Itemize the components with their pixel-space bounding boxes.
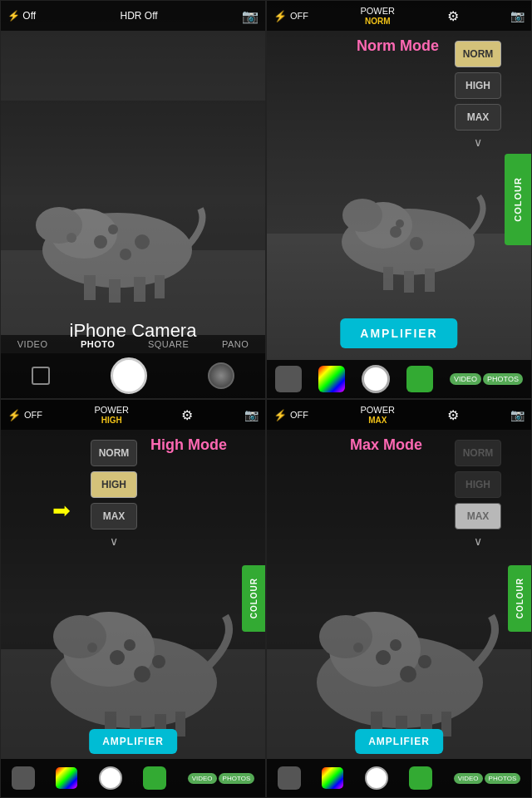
q4-mode-panel: NORM HIGH MAX ∨ bbox=[455, 440, 501, 548]
hdr-orb[interactable] bbox=[208, 362, 234, 389]
quadrant-iphone-camera: ⚡ Off HDR Off 📷 iPhone Camera VIDEO PHOT… bbox=[0, 0, 266, 399]
q4-power-text: POWER bbox=[360, 405, 395, 415]
svg-point-44 bbox=[319, 615, 372, 658]
q3-top-bar: ⚡ OFF POWER HIGH ⚙ 📷 bbox=[1, 400, 265, 430]
q3-gear-icon[interactable]: ⚙ bbox=[181, 407, 193, 423]
q2-gear-icon[interactable]: ⚙ bbox=[447, 8, 459, 24]
q3-arrow: ➡ bbox=[52, 498, 71, 524]
svg-point-9 bbox=[135, 234, 150, 249]
svg-point-45 bbox=[376, 650, 391, 665]
q4-colorize-icon[interactable] bbox=[322, 767, 343, 789]
q3-amplifier-button[interactable]: AMPLIFIER bbox=[89, 729, 177, 754]
svg-point-6 bbox=[94, 235, 107, 249]
q4-flash-section: ⚡ OFF bbox=[273, 409, 308, 421]
q2-mode-panel: NORM HIGH MAX ∨ bbox=[455, 41, 501, 149]
q3-power-mode: HIGH bbox=[101, 416, 122, 425]
q4-photos-btn[interactable]: PHOTOS bbox=[485, 773, 521, 784]
q4-chevron[interactable]: ∨ bbox=[455, 534, 501, 548]
q4-colour-text: COLOUR bbox=[515, 578, 525, 618]
q3-grey-btn[interactable] bbox=[12, 766, 35, 790]
quadrant-high-mode: ⚡ OFF POWER HIGH ⚙ 📷 High Mode ➡ NORM HI… bbox=[0, 399, 266, 798]
q2-camera-icon[interactable]: 📷 bbox=[510, 9, 525, 22]
q3-video-btn[interactable]: VIDEO bbox=[188, 773, 217, 784]
q3-norm-btn[interactable]: NORM bbox=[91, 440, 137, 466]
q3-max-btn[interactable]: MAX bbox=[91, 503, 137, 530]
q2-off-label: OFF bbox=[290, 11, 308, 21]
q2-grey-btn[interactable] bbox=[275, 366, 302, 392]
q1-hdr-label: HDR Off bbox=[121, 10, 158, 22]
q2-flash-icon: ⚡ bbox=[273, 10, 287, 22]
q2-flash-section: ⚡ OFF bbox=[273, 10, 308, 22]
svg-point-10 bbox=[66, 233, 76, 243]
q4-power-label: POWER MAX bbox=[360, 405, 395, 424]
svg-point-33 bbox=[124, 639, 135, 651]
q4-gear-icon[interactable]: ⚙ bbox=[447, 407, 459, 423]
q2-colorize-icon[interactable] bbox=[318, 366, 345, 392]
q3-high-btn[interactable]: HIGH bbox=[91, 471, 137, 498]
q3-mode-panel: NORM HIGH MAX ∨ bbox=[91, 440, 137, 548]
svg-rect-12 bbox=[109, 279, 121, 303]
q1-flash-off-label: ⚡ Off bbox=[7, 10, 36, 22]
q2-power-mode: NORM bbox=[365, 17, 391, 26]
q2-high-btn[interactable]: HIGH bbox=[455, 72, 501, 99]
q4-off-label: OFF bbox=[290, 410, 308, 420]
q4-camera-icon[interactable]: 📷 bbox=[510, 408, 525, 421]
q4-top-bar: ⚡ OFF POWER MAX ⚙ 📷 bbox=[267, 400, 531, 430]
svg-point-46 bbox=[400, 666, 416, 682]
svg-rect-11 bbox=[84, 275, 96, 300]
q4-green-btn[interactable] bbox=[409, 766, 432, 790]
q3-flash-section: ⚡ OFF bbox=[7, 409, 42, 421]
q4-norm-btn[interactable]: NORM bbox=[455, 440, 501, 466]
svg-point-20 bbox=[390, 226, 401, 238]
q1-top-left: ⚡ Off bbox=[7, 10, 36, 22]
q3-flash-icon: ⚡ bbox=[7, 409, 21, 421]
q1-bottom-bar bbox=[1, 353, 265, 398]
q2-chevron[interactable]: ∨ bbox=[455, 135, 501, 149]
thumbnail-icon[interactable] bbox=[32, 367, 50, 385]
svg-rect-24 bbox=[404, 271, 414, 293]
q4-max-btn[interactable]: MAX bbox=[455, 503, 501, 530]
q4-mode-title: Max Mode bbox=[350, 436, 422, 454]
q4-bottom-bar: VIDEO PHOTOS bbox=[267, 759, 531, 797]
quadrant-norm-mode: ⚡ OFF POWER NORM ⚙ 📷 Norm Mode ➡ NORM HI… bbox=[266, 0, 532, 399]
q4-amplifier-button[interactable]: AMPLIFIER bbox=[355, 729, 443, 754]
q3-power-text: POWER bbox=[94, 405, 129, 415]
shutter-button[interactable] bbox=[111, 357, 147, 394]
leopard-image bbox=[1, 1, 266, 367]
q2-amplifier-button[interactable]: AMPLIFIER bbox=[340, 318, 457, 348]
svg-point-48 bbox=[418, 655, 431, 668]
q2-green-btn[interactable] bbox=[406, 366, 433, 392]
q4-colour-button[interactable]: COLOUR bbox=[508, 565, 531, 632]
q3-chevron[interactable]: ∨ bbox=[91, 534, 137, 548]
q2-max-btn[interactable]: MAX bbox=[455, 104, 501, 131]
q3-off-label: OFF bbox=[24, 410, 42, 420]
svg-point-47 bbox=[390, 639, 401, 651]
q4-high-btn[interactable]: HIGH bbox=[455, 471, 501, 498]
q3-shutter[interactable] bbox=[99, 766, 122, 790]
q3-camera-icon[interactable]: 📷 bbox=[244, 408, 259, 421]
q4-shutter[interactable] bbox=[365, 766, 388, 790]
q1-camera-icon[interactable]: 📷 bbox=[242, 8, 259, 24]
q2-norm-btn[interactable]: NORM bbox=[455, 41, 501, 67]
q2-bottom-bar: VIDEO PHOTOS bbox=[267, 360, 531, 398]
q2-photos-btn[interactable]: PHOTOS bbox=[483, 373, 523, 385]
q2-power-text: POWER bbox=[360, 6, 395, 16]
svg-point-8 bbox=[108, 224, 118, 234]
q1-top-bar: ⚡ Off HDR Off 📷 bbox=[1, 1, 265, 31]
q4-video-btn[interactable]: VIDEO bbox=[454, 773, 483, 784]
q3-colour-button[interactable]: COLOUR bbox=[242, 565, 265, 632]
app-grid: ⚡ Off HDR Off 📷 iPhone Camera VIDEO PHOT… bbox=[0, 0, 532, 798]
svg-point-30 bbox=[53, 615, 106, 658]
q3-arrow-icon: ➡ bbox=[52, 498, 71, 523]
q3-photos-btn[interactable]: PHOTOS bbox=[219, 773, 255, 784]
svg-point-19 bbox=[342, 199, 382, 232]
q3-colour-text: COLOUR bbox=[249, 578, 259, 618]
q4-video-photos: VIDEO PHOTOS bbox=[454, 773, 521, 784]
q2-video-btn[interactable]: VIDEO bbox=[450, 373, 481, 385]
q2-colour-button[interactable]: COLOUR bbox=[505, 154, 531, 245]
q4-grey-btn[interactable] bbox=[278, 766, 301, 790]
q2-mode-title: Norm Mode bbox=[357, 37, 439, 55]
q3-green-btn[interactable] bbox=[143, 766, 166, 790]
q3-colorize-icon[interactable] bbox=[56, 767, 77, 789]
q2-shutter[interactable] bbox=[362, 365, 390, 393]
